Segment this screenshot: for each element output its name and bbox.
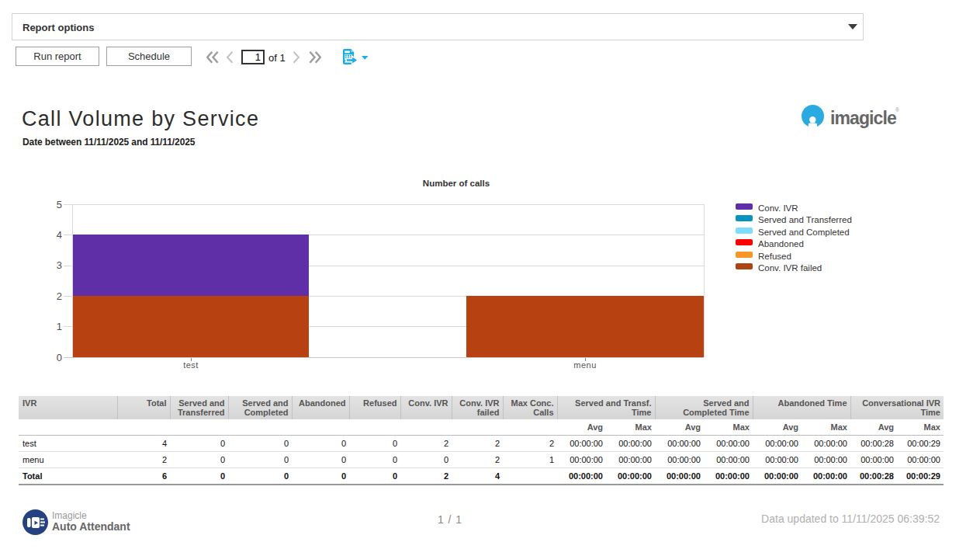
svg-text:imagicle: imagicle [830,108,896,128]
svg-text:®: ® [895,107,899,113]
